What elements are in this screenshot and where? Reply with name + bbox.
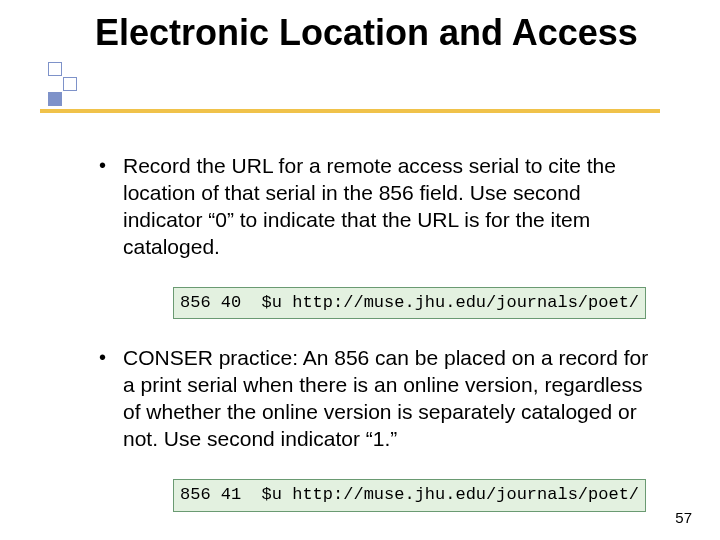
title-underline (40, 109, 660, 113)
slide: Electronic Location and Access Record th… (0, 0, 720, 540)
decorative-square-icon (48, 92, 62, 106)
decorative-square-icon (63, 77, 77, 91)
bullet-text: Record the URL for a remote access seria… (123, 154, 616, 258)
marc-code-example: 856 41 $u http://muse.jhu.edu/journals/p… (173, 479, 646, 512)
bullet-item: CONSER practice: An 856 can be placed on… (95, 345, 655, 453)
slide-title: Electronic Location and Access (95, 12, 655, 53)
marc-code-example: 856 40 $u http://muse.jhu.edu/journals/p… (173, 287, 646, 320)
slide-body: Record the URL for a remote access seria… (95, 135, 655, 520)
decorative-square-icon (48, 62, 62, 76)
bullet-item: Record the URL for a remote access seria… (95, 153, 655, 261)
bullet-text: CONSER practice: An 856 can be placed on… (123, 346, 648, 450)
page-number: 57 (675, 509, 692, 526)
title-wrap: Electronic Location and Access (95, 12, 655, 53)
